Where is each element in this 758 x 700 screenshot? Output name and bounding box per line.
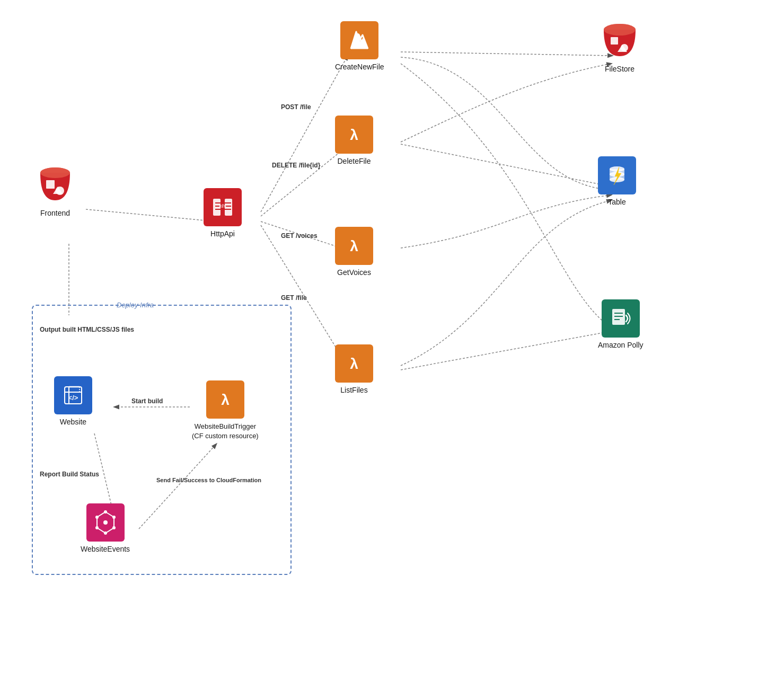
list-files-label: ListFiles (340, 386, 367, 394)
frontend-label: Frontend (40, 209, 70, 217)
delete-file-label: DeleteFile (337, 157, 371, 165)
send-fail-success-label: Send Fail/Success to CloudFormation (156, 477, 261, 483)
get-voices-label: GetVoices (337, 268, 371, 277)
polly-icon (602, 299, 640, 338)
svg-point-13 (40, 167, 70, 178)
website-events-icon (86, 503, 125, 542)
svg-line-0 (86, 209, 216, 221)
filestore-icon (598, 20, 641, 61)
svg-rect-14 (46, 180, 55, 189)
get-voices-node: λ GetVoices (335, 227, 373, 277)
svg-text:</>: </> (68, 394, 78, 402)
httpapi-node: </> HttpApi (204, 188, 242, 238)
svg-point-56 (104, 531, 107, 535)
website-build-trigger-node: λ WebsiteBuildTrigger (CF custom resourc… (192, 380, 259, 441)
svg-text:λ: λ (350, 127, 358, 143)
deploy-infra-label: Deploy Infra (117, 301, 154, 309)
post-file-label: POST /file (281, 103, 311, 111)
svg-line-7 (401, 331, 611, 370)
report-build-status-label: Report Build Status (40, 471, 99, 478)
output-built-label: Output built HTML/CSS/JS files (40, 326, 134, 333)
frontend-icon (34, 164, 76, 206)
filestore-node: FileStore (598, 20, 641, 73)
svg-line-5 (401, 52, 612, 56)
delete-file-icon: λ (335, 116, 373, 154)
architecture-diagram: Deploy Infra POST /file DELETE /file{id}… (0, 0, 758, 700)
website-label: Website (60, 418, 86, 426)
website-events-label: WebsiteEvents (81, 545, 130, 553)
website-build-trigger-icon: λ (206, 380, 244, 419)
website-icon: </> (54, 376, 92, 414)
list-files-node: λ ListFiles (335, 344, 373, 394)
delete-file-node: λ DeleteFile (335, 116, 373, 165)
svg-text:λ: λ (221, 392, 230, 408)
svg-rect-32 (611, 37, 618, 45)
get-voices-label: GET /voices (281, 232, 318, 240)
svg-line-6 (401, 144, 611, 187)
svg-point-31 (604, 24, 636, 36)
list-files-icon: λ (335, 344, 373, 383)
httpapi-icon: </> (204, 188, 242, 226)
table-label: Table (608, 198, 625, 206)
website-events-node: WebsiteEvents (81, 503, 130, 553)
delete-file-label: DELETE /file{id} (272, 162, 320, 169)
svg-text:</>: </> (219, 203, 226, 209)
filestore-label: FileStore (605, 65, 634, 73)
svg-point-59 (103, 520, 108, 525)
svg-text:λ: λ (356, 31, 364, 48)
svg-point-57 (95, 526, 99, 529)
httpapi-label: HttpApi (210, 229, 235, 238)
svg-point-54 (112, 516, 116, 519)
svg-text:λ: λ (350, 356, 358, 372)
polly-label: Amazon Polly (598, 341, 644, 349)
start-build-label: Start build (131, 397, 163, 405)
create-new-file-node: λ CreateNewFile (335, 21, 384, 71)
website-node: </> Website (54, 376, 92, 426)
create-new-file-icon: λ (340, 21, 378, 59)
table-node: Table (598, 156, 636, 206)
polly-node: Amazon Polly (598, 299, 644, 349)
website-build-trigger-label: WebsiteBuildTrigger (CF custom resource) (192, 422, 259, 441)
get-voices-icon: λ (335, 227, 373, 265)
table-icon (598, 156, 636, 194)
get-file-label: GET /file (281, 294, 307, 302)
svg-point-55 (112, 526, 116, 529)
frontend-node: Frontend (34, 164, 76, 217)
create-new-file-label: CreateNewFile (335, 63, 384, 71)
svg-point-58 (95, 516, 99, 519)
svg-text:λ: λ (350, 238, 358, 254)
svg-point-53 (104, 510, 107, 513)
